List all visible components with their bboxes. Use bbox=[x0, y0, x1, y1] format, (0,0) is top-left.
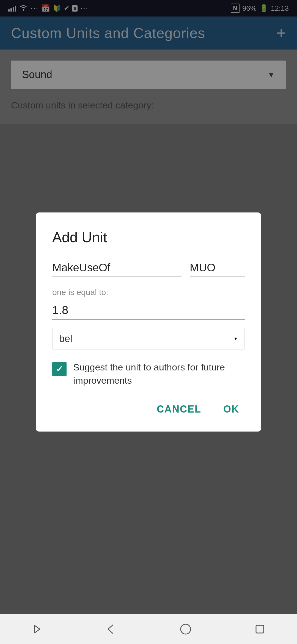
svg-rect-2 bbox=[256, 625, 264, 633]
name-input[interactable] bbox=[52, 259, 182, 277]
unit-selected-value: bel bbox=[59, 333, 72, 345]
dialog-title: Add Unit bbox=[52, 229, 245, 245]
back-button[interactable] bbox=[26, 618, 48, 640]
value-input[interactable] bbox=[52, 301, 245, 320]
name-row bbox=[52, 259, 245, 277]
value-input-row bbox=[52, 301, 245, 320]
svg-point-1 bbox=[181, 624, 191, 634]
suggest-checkbox[interactable]: ✓ bbox=[52, 362, 67, 376]
name-field-container bbox=[52, 259, 182, 277]
unit-dropdown[interactable]: bel ▼ bbox=[52, 328, 245, 350]
dialog-buttons: CANCEL OK bbox=[52, 401, 245, 418]
unit-dropdown-arrow-icon: ▼ bbox=[233, 336, 238, 341]
ok-button[interactable]: OK bbox=[218, 401, 245, 418]
equal-to-label: one is equal to: bbox=[52, 288, 245, 297]
home-button[interactable] bbox=[175, 618, 197, 640]
abbreviation-field-container bbox=[190, 259, 245, 277]
abbreviation-input[interactable] bbox=[190, 259, 245, 277]
checkbox-check-icon: ✓ bbox=[56, 364, 63, 374]
add-unit-dialog: Add Unit one is equal to: bel ▼ ✓ Sugg bbox=[36, 212, 261, 432]
back-nav-button[interactable] bbox=[100, 618, 122, 640]
recents-button[interactable] bbox=[249, 618, 271, 640]
suggest-checkbox-label: Suggest the unit to authors for future i… bbox=[73, 361, 245, 387]
suggest-checkbox-row[interactable]: ✓ Suggest the unit to authors for future… bbox=[52, 361, 245, 387]
modal-overlay: Add Unit one is equal to: bel ▼ ✓ Sugg bbox=[0, 0, 297, 644]
cancel-button[interactable]: CANCEL bbox=[151, 401, 207, 418]
bottom-nav bbox=[0, 614, 297, 644]
